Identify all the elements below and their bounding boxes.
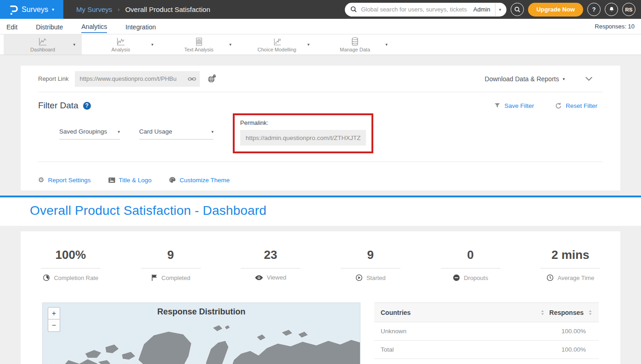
title-logo-label: Title & Logo xyxy=(119,177,152,184)
global-search[interactable]: Admin ▾ xyxy=(345,3,506,17)
filter-data-title: Filter Data xyxy=(38,101,79,111)
page-title: Overall Product Satisfaction - Dashboard xyxy=(30,203,641,218)
chevron-down-icon[interactable]: ▾ xyxy=(385,42,388,47)
stat-average-time: 2 mins Average Time xyxy=(520,248,620,281)
saved-groupings-dropdown[interactable]: Saved Groupings ▾ xyxy=(59,128,120,140)
search-button[interactable] xyxy=(511,3,524,16)
report-link-label: Report Link xyxy=(38,75,68,82)
responses-count: Responses: 10 xyxy=(595,23,635,30)
tab-distribute[interactable]: Distribute xyxy=(36,21,63,33)
permalink-input[interactable] xyxy=(240,130,366,146)
permalink-label: Permalink: xyxy=(240,119,366,126)
chevron-down-icon: ▾ xyxy=(118,129,120,134)
help-button[interactable]: ? xyxy=(587,3,601,16)
search-scope-dropdown[interactable]: ▾ xyxy=(495,7,505,12)
card-usage-dropdown[interactable]: Card Usage ▾ xyxy=(139,128,214,140)
toolbar-item-manage-data[interactable]: Manage Data ▾ xyxy=(316,34,394,55)
countries-table: Countries Responses xyxy=(374,302,599,364)
reset-filter-button[interactable]: Reset Filter xyxy=(555,102,597,109)
tab-edit[interactable]: Edit xyxy=(6,21,17,33)
chevron-down-icon[interactable]: ▾ xyxy=(151,42,153,47)
responses-cell: 100.00% xyxy=(562,328,592,335)
divider xyxy=(241,268,300,269)
chevron-down-icon xyxy=(585,76,593,81)
panel-collapse-button[interactable] xyxy=(585,76,603,81)
divider xyxy=(38,92,603,92)
eye-icon xyxy=(255,274,263,281)
sort-responses-button[interactable] xyxy=(588,309,592,316)
choice-modelling-icon xyxy=(272,37,282,46)
bell-icon xyxy=(608,6,615,13)
analytics-toolbar: Dashboard ▾ Analysis ▾ Text Analysis ▾ C… xyxy=(0,34,641,55)
stat-started: 9 Started xyxy=(320,248,421,281)
report-link-input[interactable] xyxy=(79,75,188,82)
sort-countries-button[interactable] xyxy=(540,309,545,316)
avatar[interactable]: RS xyxy=(622,3,635,16)
flag-icon xyxy=(151,274,158,281)
filter-header: Filter Data ? Save Filter Reset Filter xyxy=(38,101,603,111)
report-link-field xyxy=(75,71,200,87)
funnel-icon xyxy=(494,102,500,109)
breadcrumb: My Surveys › Overall Product Satisfactio… xyxy=(76,6,210,13)
response-distribution-map[interactable]: Response Distribution + − xyxy=(42,302,360,364)
toolbar-item-label: Analysis xyxy=(112,47,130,52)
filter-help-icon[interactable]: ? xyxy=(83,102,91,110)
report-settings-button[interactable]: ⚙ Report Settings xyxy=(38,176,91,184)
notifications-button[interactable] xyxy=(605,3,618,16)
link-icon[interactable] xyxy=(188,76,196,82)
analysis-chart-icon xyxy=(116,37,126,46)
map-zoom-in-button[interactable]: + xyxy=(48,307,60,319)
title-panel: Overall Product Satisfaction - Dashboard xyxy=(0,197,641,226)
table-row: Total 100.00% xyxy=(374,341,599,359)
sort-arrows-icon xyxy=(588,309,592,316)
tab-analytics[interactable]: Analytics xyxy=(81,20,107,33)
upgrade-now-button[interactable]: Upgrade Now xyxy=(528,3,583,17)
tab-integration[interactable]: Integration xyxy=(125,21,156,33)
pie-icon xyxy=(43,274,50,281)
map-zoom-out-button[interactable]: − xyxy=(48,319,60,332)
title-logo-button[interactable]: Title & Logo xyxy=(108,177,152,184)
product-label: Surveys xyxy=(22,6,48,14)
save-filter-button[interactable]: Save Filter xyxy=(494,102,534,109)
map-zoom-controls: + − xyxy=(48,307,60,332)
toolbar-item-analysis[interactable]: Analysis ▾ xyxy=(82,34,160,55)
country-cell: Unknown xyxy=(381,328,406,335)
stat-completed: 9 Completed xyxy=(121,248,221,281)
line-chart-icon xyxy=(38,37,48,46)
download-data-reports-menu[interactable]: Download Data & Reports ▾ xyxy=(485,75,565,83)
divider xyxy=(41,268,101,269)
chevron-down-icon[interactable]: ▾ xyxy=(229,42,231,47)
stat-value: 2 mins xyxy=(520,248,620,262)
table-row: Unknown 100.00% xyxy=(374,322,599,341)
play-circle-icon xyxy=(355,274,363,281)
toolbar-item-choice-modelling[interactable]: Choice Modelling ▾ xyxy=(238,34,316,55)
toolbar-item-dashboard[interactable]: Dashboard ▾ xyxy=(4,34,82,55)
surveys-menu-button[interactable]: Surveys ▾ xyxy=(0,0,63,19)
clock-icon xyxy=(546,274,554,281)
refresh-icon xyxy=(555,102,562,109)
question-mark-icon: ? xyxy=(592,6,596,13)
stat-label: Started xyxy=(366,274,386,281)
privacy-toggle-button[interactable] xyxy=(207,74,216,84)
countries-table-header: Countries Responses xyxy=(374,302,599,322)
breadcrumb-my-surveys[interactable]: My Surveys xyxy=(76,6,112,13)
divider xyxy=(141,268,201,269)
breadcrumb-separator: › xyxy=(118,6,119,13)
customize-theme-button[interactable]: Customize Theme xyxy=(169,177,230,184)
save-filter-label: Save Filter xyxy=(504,102,534,109)
globe-lock-icon xyxy=(207,74,216,84)
stat-value: 23 xyxy=(220,248,320,262)
text-analysis-icon xyxy=(194,37,203,46)
download-label: Download Data & Reports xyxy=(485,75,559,83)
chevron-down-icon[interactable]: ▾ xyxy=(307,42,309,47)
toolbar-item-text-analysis[interactable]: Text Analysis ▾ xyxy=(160,34,238,55)
chevron-down-icon[interactable]: ▾ xyxy=(73,42,75,47)
global-search-input[interactable] xyxy=(361,6,469,13)
toolbar-item-label: Dashboard xyxy=(30,47,55,52)
country-cell: Total xyxy=(381,346,394,353)
divider xyxy=(540,268,600,269)
toolbar-item-label: Choice Modelling xyxy=(258,47,296,52)
world-map xyxy=(43,316,360,364)
report-settings-row: ⚙ Report Settings Title & Logo Customize… xyxy=(38,169,603,190)
reset-filter-label: Reset Filter xyxy=(566,102,597,109)
